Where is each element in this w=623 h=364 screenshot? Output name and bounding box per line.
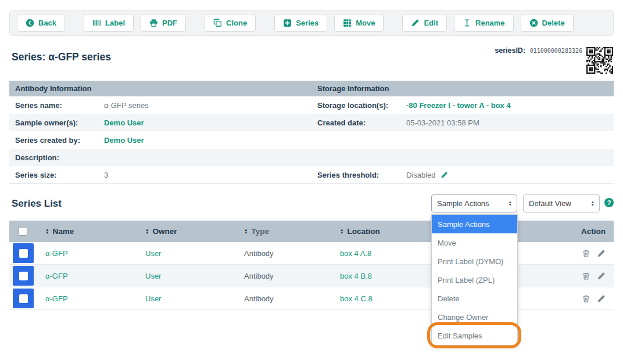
clone-icon: [213, 19, 222, 27]
qr-code: [586, 47, 613, 74]
pdf-button-label: PDF: [162, 19, 177, 27]
edit-threshold-icon[interactable]: [441, 171, 448, 179]
menu-item-delete[interactable]: Delete: [432, 289, 517, 308]
view-select[interactable]: Default View ▲▼: [523, 194, 600, 212]
location-link[interactable]: box 4 A.8: [340, 249, 371, 258]
sort-icon: ▲▼: [244, 229, 248, 233]
series-name-value: α-GFP series: [104, 101, 149, 110]
info-row: Series name:α-GFP series Storage locatio…: [9, 96, 614, 114]
series-created-by-link[interactable]: Demo User: [104, 136, 144, 145]
antibody-information-header: Antibody Information: [9, 84, 312, 93]
pencil-icon: [411, 19, 420, 27]
pdf-button[interactable]: PDF: [141, 14, 186, 32]
location-link[interactable]: box 4 B.8: [340, 272, 372, 280]
row-select-highlight: [13, 289, 34, 308]
column-label: Location: [347, 227, 379, 236]
select-arrows-icon: ▲▼: [591, 201, 595, 206]
series-list-table: ▲▼Name ▲▼Owner ▲▼Type ▲▼Location Action …: [9, 221, 614, 310]
series-button[interactable]: Series: [274, 14, 327, 32]
rename-button[interactable]: Rename: [454, 14, 514, 32]
row-checkbox[interactable]: [19, 294, 28, 303]
close-circle-icon: [529, 19, 538, 27]
column-header-action: Action: [556, 227, 614, 236]
menu-item-edit-samples[interactable]: Edit Samples: [432, 326, 517, 345]
edit-button-label: Edit: [424, 19, 438, 27]
column-header-name[interactable]: ▲▼Name: [36, 227, 136, 236]
menu-item-change-owner[interactable]: Change Owner: [432, 308, 517, 326]
menu-item-move[interactable]: Move: [432, 233, 517, 252]
printer-icon: [149, 19, 158, 27]
owner-link[interactable]: User: [145, 272, 161, 280]
clone-button-label: Clone: [226, 19, 247, 27]
label-button-label: Label: [105, 19, 125, 27]
info-row: Description:: [9, 149, 614, 166]
sample-name-link[interactable]: α-GFP: [45, 294, 68, 303]
column-label: Action: [581, 227, 606, 236]
table-row: α-GFP User Antibody box 4 A.8: [9, 242, 614, 265]
series-size-value: 3: [104, 171, 108, 179]
sample-type: Antibody: [235, 265, 331, 287]
delete-sample-icon[interactable]: [582, 272, 590, 280]
sample-actions-menu: Sample Actions Move Print Label (DYMO) P…: [431, 214, 518, 345]
created-date-value: 05-03-2021 03:58 PM: [406, 118, 479, 127]
series-created-by-label: Series created by:: [9, 136, 104, 145]
owner-link[interactable]: User: [145, 294, 161, 303]
clone-button[interactable]: Clone: [205, 14, 256, 32]
series-id-label: seriesID:: [495, 46, 525, 55]
table-header-row: ▲▼Name ▲▼Owner ▲▼Type ▲▼Location Action: [9, 221, 614, 242]
sample-type: Antibody: [235, 287, 331, 309]
info-row: Series size:3 Series threshold: Disabled: [9, 166, 614, 183]
series-id-value: 011000000283326: [530, 48, 582, 54]
info-table-header: Antibody Information Storage Information: [9, 81, 614, 96]
column-header-type[interactable]: ▲▼Type: [235, 227, 331, 236]
label-button[interactable]: Label: [84, 14, 134, 32]
sort-icon: ▲▼: [45, 229, 49, 233]
back-button[interactable]: Back: [17, 14, 65, 32]
sort-icon: ▲▼: [145, 229, 149, 233]
table-row: α-GFP User Antibody box 4 C.8: [9, 287, 614, 310]
location-link[interactable]: box 4 C.8: [340, 294, 373, 303]
sample-owner-link[interactable]: Demo User: [104, 118, 144, 127]
select-all-checkbox[interactable]: [19, 227, 27, 236]
column-header-owner[interactable]: ▲▼Owner: [136, 227, 235, 236]
delete-button[interactable]: Delete: [521, 14, 574, 32]
select-arrows-icon: ▲▼: [509, 201, 512, 206]
menu-item-print-label-dymo[interactable]: Print Label (DYMO): [432, 252, 517, 271]
row-checkbox[interactable]: [19, 272, 28, 280]
delete-button-label: Delete: [542, 19, 565, 27]
edit-sample-icon[interactable]: [597, 294, 606, 303]
menu-item-sample-actions[interactable]: Sample Actions: [432, 215, 517, 233]
edit-sample-icon[interactable]: [597, 249, 606, 258]
edit-sample-icon[interactable]: [597, 272, 606, 280]
row-checkbox[interactable]: [19, 249, 28, 258]
created-date-label: Created date:: [312, 118, 406, 127]
sort-icon: ▲▼: [340, 229, 343, 233]
menu-item-print-label-zpl[interactable]: Print Label (ZPL): [432, 271, 517, 289]
sample-name-link[interactable]: α-GFP: [45, 249, 68, 258]
view-select-value: Default View: [529, 199, 571, 208]
grid-icon: [343, 19, 352, 27]
row-select-highlight: [13, 243, 34, 263]
column-header-location[interactable]: ▲▼Location: [331, 227, 424, 236]
storage-location-link[interactable]: -80 Freezer I - tower A - box 4: [406, 101, 511, 110]
delete-sample-icon[interactable]: [582, 249, 590, 258]
sample-name-link[interactable]: α-GFP: [45, 272, 68, 280]
storage-location-label: Storage location(s):: [312, 101, 406, 110]
sample-actions-select-value: Sample Actions: [437, 199, 489, 208]
delete-sample-icon[interactable]: [582, 294, 590, 303]
series-name-label: Series name:: [9, 101, 104, 110]
info-row: Sample owner(s):Demo User Created date:0…: [9, 114, 614, 131]
row-select-cell: [9, 287, 36, 309]
back-circle-icon: [26, 19, 34, 27]
page-title: Series: α-GFP series: [12, 51, 111, 63]
rename-button-label: Rename: [475, 19, 505, 27]
sample-actions-select[interactable]: Sample Actions ▲▼: [431, 194, 517, 212]
help-icon[interactable]: ?: [604, 198, 614, 207]
edit-button[interactable]: Edit: [402, 14, 447, 32]
plus-square-icon: [283, 19, 292, 27]
info-row: Series created by:Demo User: [9, 131, 614, 149]
owner-link[interactable]: User: [145, 249, 161, 258]
move-button[interactable]: Move: [334, 14, 384, 32]
series-list-title: Series List: [12, 198, 62, 210]
series-size-label: Series size:: [9, 171, 104, 179]
